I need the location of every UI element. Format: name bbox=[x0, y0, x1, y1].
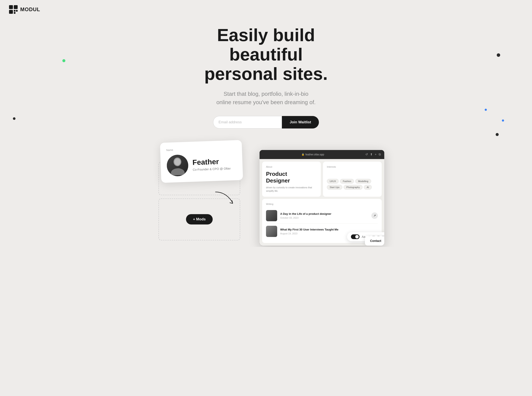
article-info-2: What My First 30 User Interviews Taught … bbox=[280, 228, 338, 235]
job-desc: driven by curiosity to create innovation… bbox=[266, 186, 317, 193]
logo[interactable]: MODUL bbox=[9, 5, 40, 14]
svg-rect-0 bbox=[9, 5, 13, 9]
writing-label: Writing bbox=[266, 203, 378, 205]
interests-label: Interests bbox=[327, 165, 378, 168]
svg-rect-4 bbox=[16, 10, 18, 12]
mods-button[interactable]: + Mods bbox=[186, 214, 212, 224]
tag-modelling: Modelling bbox=[355, 179, 371, 184]
avatar bbox=[166, 154, 189, 176]
email-input[interactable] bbox=[213, 116, 282, 128]
job-title: Product Designer bbox=[266, 171, 317, 184]
hero-section: Easily build beautiful personal sites. S… bbox=[0, 19, 532, 128]
toggle-switch[interactable] bbox=[351, 234, 360, 239]
article-info-1: A Day in the Life of a product designer … bbox=[280, 212, 331, 219]
profile-card-label: Name bbox=[166, 146, 236, 151]
navbar: MODUL bbox=[0, 0, 532, 19]
about-card: About Product Designer driven by curiosi… bbox=[262, 162, 321, 197]
logo-text: MODUL bbox=[20, 6, 40, 12]
article-link-1[interactable]: ↗ bbox=[371, 212, 378, 219]
profile-name: Feather bbox=[192, 157, 230, 167]
article-date-2: August 19, 2023 bbox=[280, 232, 338, 235]
browser-actions: ↺ ⬆ + ⧉ bbox=[365, 153, 381, 156]
about-label: About bbox=[266, 165, 317, 168]
profile-role: Co-Founder & CPO @ Ollav bbox=[193, 167, 230, 171]
browser-url: 🔒 feather.ollav.app bbox=[263, 153, 363, 156]
toggle-knob bbox=[355, 235, 359, 239]
contact-card[interactable]: Contact bbox=[365, 236, 384, 245]
tag-uiux: UI/UX bbox=[327, 179, 339, 184]
browser-bar: 🔒 feather.ollav.app ↺ ⬆ + ⧉ bbox=[260, 150, 384, 159]
article-thumb-2 bbox=[266, 226, 277, 237]
tag-photography: Photography bbox=[344, 185, 363, 190]
svg-point-7 bbox=[171, 168, 185, 175]
svg-rect-5 bbox=[14, 12, 16, 14]
dot-dark-small-2 bbox=[496, 133, 499, 136]
preview-area: Name Feather Co-Founder & CPO @ Ollav bbox=[148, 141, 384, 247]
arrow-curve bbox=[214, 191, 238, 208]
email-form: Join Waitlist bbox=[4, 116, 528, 128]
article-title-2: What My First 30 User Interviews Taught … bbox=[280, 228, 338, 232]
svg-rect-2 bbox=[9, 10, 13, 14]
logo-icon bbox=[9, 5, 18, 14]
hero-title: Easily build beautiful personal sites. bbox=[180, 25, 352, 84]
browser-mockup: 🔒 feather.ollav.app ↺ ⬆ + ⧉ About Produc… bbox=[260, 150, 384, 245]
article-title-1: A Day in the Life of a product designer bbox=[280, 212, 331, 216]
profile-info: Feather Co-Founder & CPO @ Ollav bbox=[192, 157, 231, 171]
tag-ai: AI bbox=[364, 185, 372, 190]
hero-subtitle: Start that blog, portfolio, link-in-bio … bbox=[193, 90, 339, 106]
tag-startups: Start Ups bbox=[327, 185, 342, 190]
join-waitlist-button[interactable]: Join Waitlist bbox=[282, 116, 319, 128]
article-date-1: October 03, 2023 bbox=[280, 216, 331, 219]
interests-card: Interests UI/UX Fashion Modelling Start … bbox=[323, 162, 382, 197]
writing-item-1: A Day in the Life of a product designer … bbox=[266, 208, 378, 224]
tag-fashion: Fashion bbox=[340, 179, 354, 184]
article-thumb-1 bbox=[266, 210, 277, 221]
svg-rect-1 bbox=[14, 5, 18, 9]
svg-rect-3 bbox=[14, 10, 16, 12]
profile-card: Name Feather Co-Founder & CPO @ Ollav bbox=[160, 140, 243, 183]
tags-list: UI/UX Fashion Modelling Start Ups Photog… bbox=[327, 179, 378, 190]
